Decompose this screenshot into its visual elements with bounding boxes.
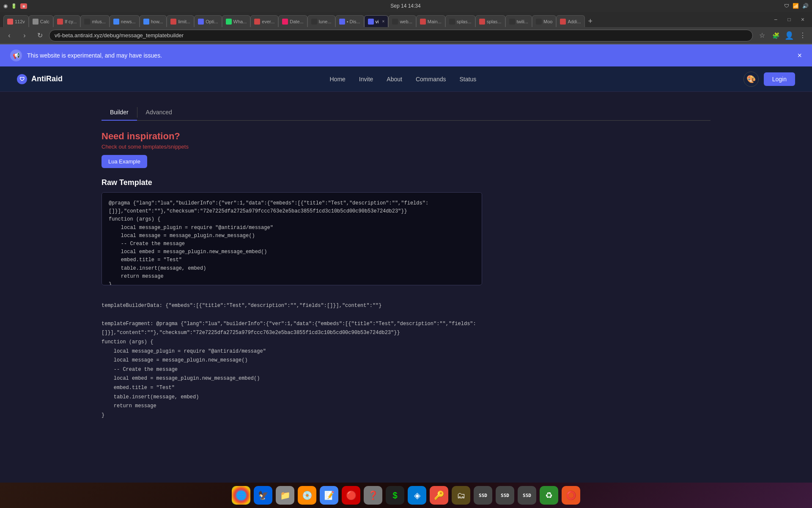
- taskbar-vscode[interactable]: ◈: [408, 486, 426, 505]
- tab-close-14[interactable]: ×: [382, 19, 385, 24]
- tab-9[interactable]: Wha...: [222, 15, 251, 27]
- taskbar-trash[interactable]: ♻: [540, 486, 558, 505]
- tab-21[interactable]: Addi...: [556, 15, 584, 27]
- tab-13[interactable]: • Dis...: [335, 15, 364, 27]
- nav-about[interactable]: About: [387, 76, 402, 83]
- lua-example-button[interactable]: Lua Example: [102, 155, 147, 168]
- banner-left: 📢 This website is experimental, and may …: [10, 50, 162, 61]
- browser-actions: ☆ 🧩 👤 ⋮: [756, 30, 809, 41]
- forward-button[interactable]: ›: [19, 30, 30, 41]
- inspiration-link[interactable]: Check out some templates/snippets: [102, 144, 710, 150]
- taskbar-ssd2[interactable]: SSD: [496, 486, 514, 505]
- theme-toggle-button[interactable]: 🎨: [743, 72, 759, 87]
- taskbar-files[interactable]: 📁: [276, 486, 294, 505]
- tab-favicon-15: [392, 19, 398, 25]
- taskbar-red[interactable]: 🔴: [342, 486, 360, 505]
- tab-3[interactable]: If cy...: [53, 15, 81, 27]
- taskbar-docs[interactable]: 📝: [320, 486, 338, 505]
- tab-label-14: vi: [376, 19, 379, 24]
- taskbar-help[interactable]: ❓: [364, 486, 382, 505]
- nav-commands[interactable]: Commands: [416, 76, 446, 83]
- tab-2[interactable]: Calc: [29, 15, 53, 27]
- taskbar-passwords[interactable]: 🔑: [430, 486, 448, 505]
- inspiration-title: Need inspiration?: [102, 131, 710, 142]
- taskbar-nemo[interactable]: 🗂: [452, 486, 470, 505]
- profile-button[interactable]: 👤: [783, 30, 795, 41]
- code-editor[interactable]: @pragma {"lang":"lua","builderInfo":{"ve…: [102, 192, 482, 285]
- tab-favicon-1: [7, 19, 13, 25]
- new-tab-button[interactable]: +: [585, 15, 596, 27]
- tab-favicon-17: [449, 19, 455, 25]
- refresh-button[interactable]: ↻: [34, 30, 46, 41]
- taskbar-ubuntu[interactable]: ⭕: [562, 486, 580, 505]
- tab-14-active[interactable]: vi ×: [364, 15, 389, 27]
- login-button[interactable]: Login: [764, 72, 795, 86]
- tab-label-16: Main...: [428, 19, 442, 24]
- tab-label-13: • Dis...: [347, 19, 360, 24]
- taskbar: 🌐 🦅 📁 💿 📝 🔴 ❓ $ ◈ 🔑 🗂 SSD SSD SSD ♻ ⭕: [0, 483, 812, 508]
- tab-12[interactable]: lune...: [307, 15, 335, 27]
- output-fragment-label: templateFragment: @pragma {"lang":"lua",…: [102, 321, 476, 418]
- back-button[interactable]: ‹: [3, 30, 15, 41]
- tab-8[interactable]: Opti...: [194, 15, 222, 27]
- tab-7[interactable]: limit...: [167, 15, 194, 27]
- os-datetime: Sep 14 14:34: [390, 3, 420, 9]
- extensions-button[interactable]: 🧩: [770, 30, 782, 41]
- tab-17[interactable]: splas...: [445, 15, 475, 27]
- os-indicator: ■: [20, 3, 27, 9]
- tab-5[interactable]: news...: [110, 15, 140, 27]
- taskbar-virtual[interactable]: 💿: [298, 486, 316, 505]
- tab-19[interactable]: twili...: [505, 15, 532, 27]
- output-section: templateBuilderData: {"embeds":[{"title"…: [102, 292, 567, 429]
- taskbar-thunderbird[interactable]: 🦅: [254, 486, 272, 505]
- tab-label-4: mlus...: [92, 19, 105, 24]
- minimize-button[interactable]: −: [770, 14, 782, 25]
- os-wifi-icon: 📶: [793, 3, 799, 9]
- close-window-button[interactable]: ×: [797, 14, 809, 25]
- taskbar-ssd1[interactable]: SSD: [474, 486, 492, 505]
- tab-label-20: Moo: [543, 19, 552, 24]
- os-security-icon: 🛡: [784, 3, 789, 9]
- tab-favicon-6: [143, 19, 149, 25]
- tab-builder[interactable]: Builder: [102, 105, 137, 121]
- os-battery: 🔋: [11, 3, 17, 9]
- raw-template-title: Raw Template: [102, 178, 710, 187]
- banner-close-button[interactable]: ×: [797, 51, 802, 60]
- maximize-button[interactable]: □: [783, 14, 795, 25]
- tab-label-15: web...: [400, 19, 412, 24]
- brand-shield-icon: 🛡: [17, 74, 27, 84]
- tab-11[interactable]: Date...: [278, 15, 307, 27]
- tab-label-11: Date...: [290, 19, 303, 24]
- tab-4[interactable]: mlus...: [80, 15, 109, 27]
- nav-invite[interactable]: Invite: [359, 76, 373, 83]
- taskbar-ssd3[interactable]: SSD: [518, 486, 536, 505]
- page-content: 📢 This website is experimental, and may …: [0, 44, 812, 483]
- menu-button[interactable]: ⋮: [797, 30, 809, 41]
- nav-home[interactable]: Home: [330, 76, 346, 83]
- tab-favicon-12: [311, 19, 317, 25]
- tab-favicon-21: [560, 19, 566, 25]
- tab-6[interactable]: how...: [140, 15, 167, 27]
- tab-favicon-7: [170, 19, 176, 25]
- taskbar-terminal[interactable]: $: [386, 486, 404, 505]
- tab-16[interactable]: Main...: [416, 15, 445, 27]
- output-builder-label: templateBuilderData: {"embeds":[{"title"…: [102, 303, 382, 309]
- tab-favicon-16: [420, 19, 426, 25]
- tab-1[interactable]: 112v: [3, 15, 29, 27]
- nav-status[interactable]: Status: [460, 76, 477, 83]
- tab-10[interactable]: ever...: [250, 15, 278, 27]
- os-topbar-right: 🛡 📶 🔊: [784, 3, 809, 9]
- tab-label-18: splas...: [487, 19, 502, 24]
- tab-18[interactable]: splas...: [475, 15, 505, 27]
- tab-label-6: how...: [151, 19, 163, 24]
- os-menu-icon[interactable]: ◉: [3, 3, 8, 9]
- tab-label-12: lune...: [319, 19, 332, 24]
- tab-15[interactable]: web...: [388, 15, 416, 27]
- bookmark-button[interactable]: ☆: [756, 30, 768, 41]
- tab-20[interactable]: Moo: [532, 15, 556, 27]
- tab-label-9: Wha...: [233, 19, 247, 24]
- taskbar-chrome[interactable]: 🌐: [232, 486, 250, 505]
- tab-advanced[interactable]: Advanced: [137, 105, 181, 121]
- address-input[interactable]: [49, 30, 753, 41]
- tab-label-19: twili...: [517, 19, 529, 24]
